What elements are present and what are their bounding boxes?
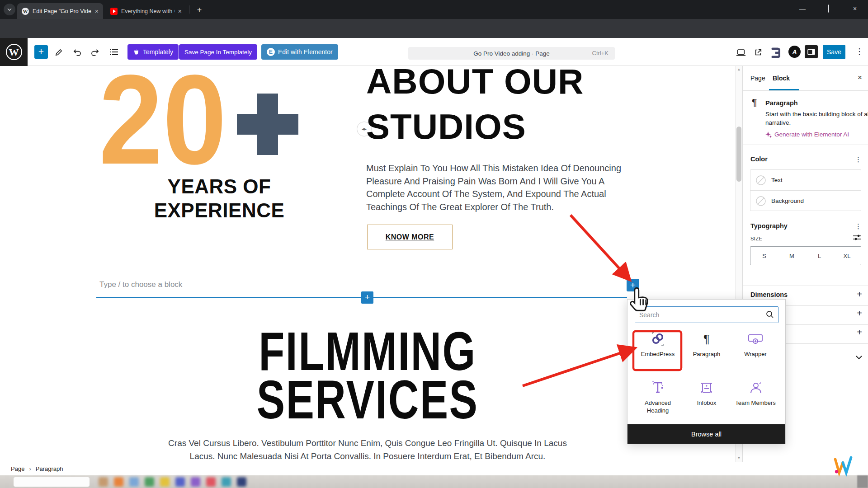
tab-close-icon[interactable]: ×	[95, 8, 99, 15]
stat-number[interactable]: 20	[77, 66, 248, 183]
panel-expand-icon[interactable]	[856, 353, 862, 361]
block-tile-advanced-heading[interactable]: Advanced Heading	[634, 376, 682, 414]
wordpress-logo-block[interactable]: W	[0, 38, 28, 66]
typography-options-icon[interactable]: ⋮	[855, 222, 862, 230]
block-tile-embedpress[interactable]: EmbedPress	[634, 328, 682, 358]
save-page-in-templately-label: Save Page In Templately	[184, 49, 252, 56]
dimensions-add-icon[interactable]: +	[857, 289, 862, 300]
breadcrumb-page[interactable]: Page	[11, 465, 24, 472]
window-minimize-button[interactable]: —	[789, 5, 816, 12]
taskbar-app-icon[interactable]	[129, 477, 139, 487]
taskbar-app-icon[interactable]	[114, 477, 123, 487]
ai-link-label: Generate with Elementor AI	[774, 131, 849, 138]
know-more-button[interactable]: KNOW MORE	[367, 225, 453, 249]
view-page-external-link-icon[interactable]	[752, 47, 764, 58]
generate-with-elementor-ai-link[interactable]: Generate with Elementor AI	[765, 131, 849, 138]
taskbar-app-icon[interactable]	[175, 477, 185, 487]
taskbar-app-icon[interactable]	[206, 477, 216, 487]
taskbar-app-icon[interactable]	[191, 477, 200, 487]
save-button[interactable]: Save	[823, 45, 845, 59]
templately-icon	[133, 49, 140, 56]
stat-caption[interactable]: YEARS OF EXPERIENCE	[104, 174, 335, 222]
scrollbar-thumb[interactable]	[736, 127, 741, 182]
about-heading-line1: ABOUT OUR	[366, 66, 646, 104]
paragraph-block-icon: ¶	[752, 97, 757, 108]
taskbar-app-icon[interactable]	[99, 477, 108, 487]
block-tile-wrapper[interactable]: Wrapper	[731, 328, 779, 358]
background-color-label: Background	[771, 197, 804, 204]
block-search-input[interactable]	[635, 307, 778, 323]
block-tile-label: EmbedPress	[634, 350, 682, 358]
scroll-up-icon[interactable]: ▲	[736, 67, 742, 71]
browser-tab-active[interactable]: W Edit Page "Go Pro Video adding ×	[17, 3, 103, 19]
services-heading[interactable]: FILMMING SERVICES	[81, 327, 654, 424]
taskbar-app-icon[interactable]	[222, 477, 231, 487]
list-view-icon[interactable]	[108, 47, 119, 57]
empty-block-placeholder[interactable]: Type / to choose a block	[99, 280, 182, 289]
edit-mode-pencil-icon[interactable]	[53, 47, 64, 57]
advanced-heading-icon	[634, 376, 682, 399]
services-heading-line2: SERVICES	[81, 375, 654, 424]
taskbar-search-box[interactable]	[14, 477, 90, 487]
size-m-button[interactable]: M	[778, 247, 806, 265]
elementor-ai-icon[interactable]: A	[788, 46, 801, 58]
redo-icon[interactable]	[90, 47, 100, 57]
document-title: Go Pro Video adding · Page	[473, 50, 550, 57]
block-tile-label: Wrapper	[731, 350, 779, 358]
elementor-icon: E	[267, 48, 275, 56]
window-maximize-button[interactable]	[816, 5, 842, 12]
chevron-down-icon	[7, 8, 12, 11]
size-settings-icon[interactable]	[853, 234, 862, 243]
size-xl-button[interactable]: XL	[833, 247, 861, 265]
settings-sidebar-toggle[interactable]	[805, 45, 818, 58]
browser-tab[interactable]: Everything New with GoPro HE ×	[106, 3, 186, 19]
text-color-row[interactable]: Text	[750, 170, 861, 190]
block-tile-team-members[interactable]: Team Members	[731, 376, 779, 407]
taskbar-app-icon[interactable]	[145, 477, 154, 487]
block-search-field[interactable]	[635, 306, 778, 323]
color-options-icon[interactable]: ⋮	[855, 155, 862, 164]
screen: W Edit Page "Go Pro Video adding × Every…	[0, 0, 868, 488]
block-card-title: Paragraph	[765, 99, 798, 107]
insert-block-button-center[interactable]: +	[361, 291, 373, 304]
windows-taskbar[interactable]	[0, 475, 868, 488]
templately-button[interactable]: Templately	[127, 44, 179, 60]
panel-add-icon[interactable]: +	[857, 308, 862, 319]
insert-block-button[interactable]: +	[627, 279, 639, 291]
block-tile-infobox[interactable]: Infobox	[683, 376, 731, 407]
about-paragraph[interactable]: Must Explain To You How All This Mistake…	[366, 162, 633, 213]
sidebar-panel-icon	[807, 49, 815, 55]
tab-page[interactable]: Page	[750, 66, 765, 90]
block-inserter-toggle-button[interactable]: +	[34, 45, 48, 59]
size-l-button[interactable]: L	[806, 247, 833, 265]
tab-search-button[interactable]	[4, 4, 15, 15]
browse-all-button[interactable]: Browse all	[627, 424, 785, 444]
tab-title: Edit Page "Go Pro Video adding	[33, 8, 91, 14]
close-sidebar-icon[interactable]: ×	[858, 73, 862, 82]
templately-panel-icon[interactable]	[769, 47, 781, 58]
taskbar-tray[interactable]	[857, 475, 868, 488]
services-paragraph[interactable]: Cras Vel Cursus Libero. Vestibulum Portt…	[0, 436, 735, 462]
color-settings-box: Text Background	[750, 169, 861, 211]
edit-with-elementor-button[interactable]: E Edit with Elementor	[261, 44, 338, 60]
background-color-row[interactable]: Background	[750, 190, 861, 211]
tab-close-icon[interactable]: ×	[178, 8, 182, 15]
taskbar-app-icon[interactable]	[160, 477, 170, 487]
tab-block[interactable]: Block	[773, 66, 790, 90]
about-heading[interactable]: ABOUT OUR STUDIOS	[366, 66, 646, 149]
size-label: SIZE	[750, 236, 762, 241]
editor-options-icon[interactable]: ⋮	[855, 47, 863, 56]
templately-label: Templately	[143, 48, 173, 56]
taskbar-app-icon[interactable]	[237, 477, 246, 487]
window-close-button[interactable]: ×	[842, 5, 868, 12]
save-page-in-templately-button[interactable]: Save Page In Templately	[179, 44, 257, 60]
scroll-down-icon[interactable]: ▼	[736, 456, 742, 460]
undo-icon[interactable]	[71, 47, 82, 57]
command-palette[interactable]: Go Pro Video adding · Page Ctrl+K	[408, 47, 615, 60]
new-tab-button[interactable]: +	[193, 4, 205, 16]
device-preview-icon[interactable]	[735, 47, 747, 58]
block-tile-paragraph[interactable]: ¶ Paragraph	[683, 328, 731, 358]
tab-title: Everything New with GoPro HE	[121, 8, 175, 14]
size-s-button[interactable]: S	[750, 247, 778, 265]
panel-add-icon[interactable]: +	[857, 327, 862, 338]
